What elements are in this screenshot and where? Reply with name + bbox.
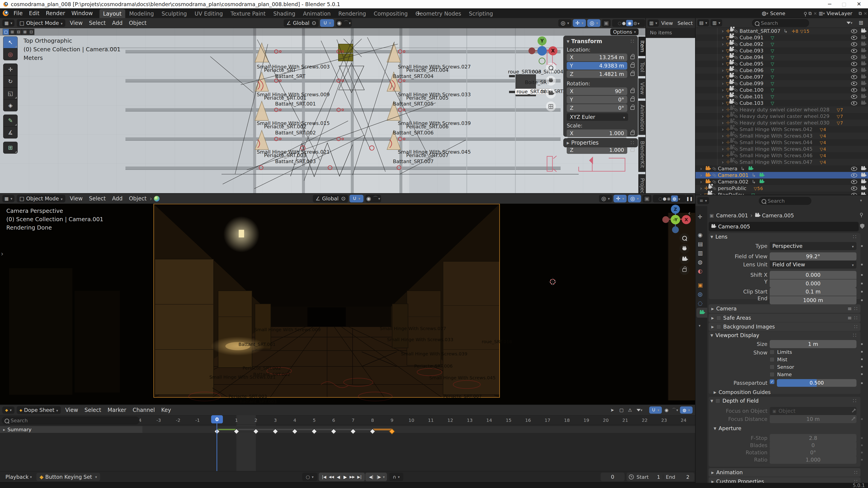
camera-view-control[interactable] (680, 254, 689, 264)
shading-material-button[interactable] (667, 196, 671, 201)
shift-x-field[interactable]: 0.000 (770, 271, 857, 279)
show-object-types-button[interactable] (558, 19, 571, 27)
gizmo-axis-y[interactable]: Y (537, 36, 547, 45)
filter-icon[interactable] (637, 408, 643, 412)
hide-eye-icon[interactable] (851, 42, 857, 46)
animation-section-header[interactable]: Animation (709, 468, 861, 477)
lock-icon[interactable] (630, 72, 634, 76)
hide-eye-icon[interactable] (851, 62, 857, 66)
disable-render-icon[interactable] (861, 102, 866, 105)
outliner-row[interactable]: Battant_SRT.007 ↳ ✛8 ▽15 (695, 28, 868, 34)
current-frame-field[interactable]: 0 (600, 473, 625, 481)
disable-render-icon[interactable] (861, 167, 866, 170)
gizmo-axis-x[interactable]: X (548, 46, 557, 55)
disable-render-icon[interactable] (861, 181, 866, 183)
shading-wireframe-button[interactable] (658, 196, 662, 201)
menu-item[interactable]: Window (68, 10, 96, 17)
xray-toggle[interactable] (643, 195, 651, 202)
dof-header[interactable]: Depth of Field (710, 398, 758, 404)
outliner-row[interactable]: Cube.093 ▽ (695, 47, 868, 54)
hide-eye-icon[interactable] (851, 55, 857, 59)
next-keyframe-button[interactable] (348, 475, 356, 479)
expand-icon[interactable] (722, 127, 724, 132)
editor-type-button[interactable] (698, 197, 709, 204)
workspace-tab[interactable]: Scripting (465, 9, 497, 19)
show-errors-icon[interactable] (628, 408, 632, 413)
sidebar-tab[interactable]: Projector (638, 174, 646, 193)
outliner-search-input[interactable] (752, 19, 809, 27)
animate-dot[interactable] (861, 343, 863, 345)
drag-handle-icon[interactable] (631, 38, 634, 44)
aperture-header[interactable]: Aperture (714, 425, 741, 431)
gizmo-axis-x-neg[interactable] (528, 47, 535, 54)
custom-properties-section-header[interactable]: Custom Properties (709, 477, 861, 483)
show-checkbox-row[interactable]: Mist (770, 356, 794, 363)
hide-eye-icon[interactable] (851, 186, 857, 191)
animate-dot[interactable] (861, 437, 863, 439)
outliner-row[interactable]: Cube.096 ▽ (695, 67, 868, 74)
fstop-field[interactable]: 2.8 (770, 434, 857, 442)
mode-dropdown[interactable]: Object Mode (17, 195, 65, 202)
workspace-tab[interactable]: UV Editing (191, 9, 226, 19)
camera-lock-control[interactable] (680, 265, 689, 275)
snap-button[interactable] (349, 195, 364, 202)
expand-icon[interactable] (722, 120, 724, 126)
animate-dot[interactable] (861, 459, 863, 461)
close-button[interactable]: ✕ (854, 0, 864, 8)
outliner-row[interactable]: Heavy duty swivel caster wheel.029 ▽7 (695, 113, 868, 120)
loop-button[interactable] (389, 473, 403, 481)
checkbox[interactable] (770, 372, 774, 377)
expand-icon[interactable] (722, 153, 724, 158)
location-row[interactable]: X13.254 m (567, 54, 634, 61)
animate-dot[interactable] (861, 351, 863, 353)
play-button[interactable] (342, 475, 348, 480)
tab-render[interactable]: ◉ (698, 232, 703, 238)
options-dropdown[interactable]: Options (610, 29, 639, 35)
select-mode-extend-button[interactable]: ⊞ (9, 29, 16, 35)
viewport-menu-item[interactable]: Add (109, 20, 126, 26)
select-mode-subtract-button[interactable]: ⊟ (16, 29, 22, 35)
viewport-menu-item[interactable]: Select (86, 195, 109, 202)
lock-icon[interactable] (630, 132, 634, 135)
expand-icon[interactable] (700, 186, 702, 191)
outliner-row[interactable]: Small Hinge With Screws.045 ▽4 (695, 146, 868, 152)
sidebar-tab[interactable]: Tool (638, 58, 646, 76)
hide-eye-icon[interactable] (851, 101, 857, 105)
select-mode-new-button[interactable]: ▢ (3, 29, 9, 35)
outliner-row[interactable]: Small Hinge With Screws.047 ▽4 (695, 159, 868, 165)
background-images-checkbox[interactable] (716, 324, 721, 329)
overlays-toggle[interactable] (587, 19, 600, 27)
outliner-row[interactable]: Cube.095 ▽ (695, 61, 868, 67)
shift-y-field[interactable]: 0.000 (770, 280, 857, 288)
animate-dot[interactable] (861, 358, 863, 360)
disable-render-icon[interactable] (861, 82, 866, 85)
outliner-row[interactable]: Cube.100 ▽ (695, 87, 868, 93)
outliner-row[interactable]: Camera.001 ↳ (695, 172, 868, 178)
expand-icon[interactable] (722, 159, 724, 165)
dope-menu-item[interactable]: Marker (104, 407, 129, 413)
workspace-tab[interactable]: Modeling (126, 9, 158, 19)
disable-render-icon[interactable] (861, 95, 866, 98)
lock-icon[interactable] (630, 98, 634, 101)
viewport-menu-item[interactable]: Object (126, 20, 150, 26)
jump-to-end-button[interactable] (356, 475, 363, 479)
tab-physics[interactable]: ◌ (698, 300, 703, 306)
hide-eye-icon[interactable] (851, 88, 857, 92)
step-forward-button[interactable] (375, 475, 382, 479)
dope-menu-item[interactable]: View (62, 407, 81, 413)
mode-dropdown[interactable]: Object Mode (17, 19, 65, 27)
step-back-button[interactable] (368, 475, 375, 479)
expand-icon[interactable] (722, 48, 724, 54)
pan-control[interactable] (546, 76, 556, 86)
hide-eye-icon[interactable] (851, 193, 857, 195)
checkbox[interactable] (770, 365, 774, 369)
dope-mode-dropdown[interactable]: Dope Sheet (17, 406, 61, 414)
rotation-mode-dropdown[interactable]: XYZ Euler (567, 113, 628, 121)
show-checkbox-row[interactable]: Limits (770, 348, 794, 356)
pivot-button[interactable] (339, 195, 348, 202)
eyedropper-icon[interactable] (851, 418, 854, 420)
zoom-control[interactable] (680, 233, 689, 243)
outliner-row[interactable]: Small Hinge With Screws.044 ▽4 (695, 139, 868, 146)
outliner-row[interactable]: Camera ↳ (695, 165, 868, 172)
hide-eye-icon[interactable] (851, 75, 857, 79)
